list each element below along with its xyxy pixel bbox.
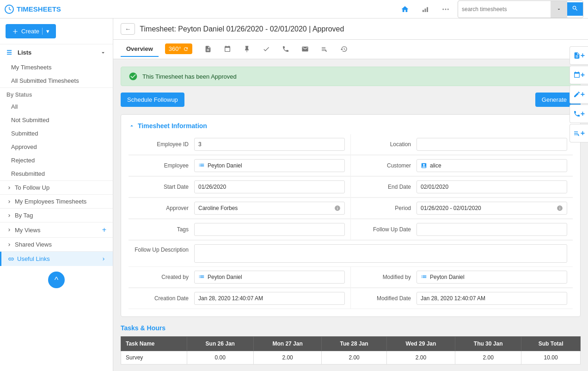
tab-calendar[interactable] — [218, 42, 237, 57]
quick-add-edit-btn[interactable]: + — [570, 85, 588, 104]
search-button[interactable] — [567, 2, 583, 16]
expand-icon-3 — [6, 213, 12, 218]
refresh-icon — [183, 46, 189, 52]
employee-icon — [198, 162, 205, 169]
sidebar-item-my-timesheets[interactable]: My Timesheets — [0, 61, 113, 74]
home-icon[interactable] — [397, 1, 413, 18]
col-sun: Sun 26 Jan — [187, 337, 253, 351]
sidebar-item-not-submitted[interactable]: Not Submitted — [0, 113, 113, 127]
sidebar-item-approved[interactable]: Approved — [0, 140, 113, 154]
employee-field: Employee Peyton Daniel — [129, 155, 351, 176]
task-name-cell: Survey — [121, 351, 187, 365]
by-tag-section: By Tag — [0, 208, 113, 222]
main-layout: Create ▾ ☰ Lists My Timesheets All Submi… — [0, 19, 588, 371]
follow-up-desc-field: Follow Up Description — [129, 241, 573, 267]
sidebar-item-all[interactable]: All — [0, 100, 113, 113]
phone-icon — [282, 45, 289, 53]
collapse-sidebar-button[interactable]: ^ — [48, 272, 65, 288]
tab-email[interactable] — [296, 42, 314, 57]
timesheet-info-header[interactable]: Timesheet Information — [129, 122, 573, 130]
follow-up-date-value — [416, 223, 567, 236]
sidebar-item-my-employees[interactable]: My Employees Timesheets — [0, 195, 113, 208]
action-bar: Schedule Followup Generate — [121, 93, 581, 107]
quick-phone-plus: + — [581, 110, 585, 118]
form-row-1: Employee ID 3 Location — [129, 134, 573, 155]
modified-by-icon — [421, 274, 427, 280]
info-icon-period[interactable] — [557, 205, 563, 211]
lists-header[interactable]: ☰ Lists — [0, 44, 113, 61]
quick-add-panel: + + + + + — [570, 46, 588, 142]
quick-add-calendar-btn[interactable]: + — [570, 66, 588, 84]
sidebar-item-shared-views[interactable]: Shared Views — [0, 238, 113, 251]
tab-phone[interactable] — [276, 42, 295, 57]
lists-icon: ☰ — [6, 49, 12, 56]
creation-date-value: Jan 28, 2020 12:40:07 AM — [194, 292, 345, 305]
svg-point-7 — [445, 8, 447, 10]
tab-overview[interactable]: Overview — [121, 42, 159, 57]
tags-field: Tags — [129, 219, 351, 240]
page-header: ← Timesheet: Peyton Daniel 01/26/2020 - … — [113, 19, 588, 40]
check-icon — [263, 45, 270, 53]
tab-check[interactable] — [257, 42, 276, 57]
modified-date-value: Jan 28, 2020 12:40:07 AM — [416, 292, 567, 305]
quick-note-icon — [573, 52, 581, 59]
modified-by-value: Peyton Daniel — [416, 271, 567, 284]
page-title: Timesheet: Peyton Daniel 01/26/2020 - 02… — [140, 25, 344, 33]
creation-date-field: Creation Date Jan 28, 2020 12:40:07 AM — [129, 288, 351, 309]
follow-up-date-field: Follow Up Date — [351, 219, 573, 240]
tab-history[interactable] — [335, 42, 353, 57]
tab-notes[interactable] — [315, 42, 334, 57]
quick-add-phone-btn[interactable]: + — [570, 105, 588, 123]
chart-icon[interactable] — [417, 1, 434, 18]
sidebar-item-rejected[interactable]: Rejected — [0, 154, 113, 167]
calendar-icon — [224, 45, 231, 53]
task-tue-cell: 2.00 — [322, 351, 386, 365]
by-status-header[interactable]: By Status — [0, 88, 113, 100]
approver-value: Caroline Forbes — [194, 202, 345, 215]
sidebar-item-useful-links[interactable]: Useful Links — [0, 252, 113, 266]
tab-docs[interactable] — [199, 42, 217, 57]
col-task-name: Task Name — [121, 337, 187, 351]
sidebar-item-my-views[interactable]: My Views + — [0, 223, 113, 237]
employee-id-field: Employee ID 3 — [129, 134, 351, 155]
doc-icon — [204, 45, 212, 53]
col-wed: Wed 29 Jan — [386, 337, 455, 351]
quick-add-note-btn[interactable]: + — [570, 46, 588, 65]
info-icon-approver[interactable] — [334, 205, 341, 211]
schedule-followup-button[interactable]: Schedule Followup — [121, 93, 184, 107]
customer-icon — [421, 162, 427, 169]
sidebar-item-all-submitted[interactable]: All Submitted Timesheets — [0, 74, 113, 87]
expand-icon-2 — [6, 199, 12, 204]
quick-edit-icon — [573, 91, 581, 98]
clock-icon — [5, 5, 14, 14]
sidebar-item-resubmitted[interactable]: Resubmitted — [0, 167, 113, 180]
search-input[interactable] — [458, 4, 551, 14]
col-tue: Tue 28 Jan — [322, 337, 386, 351]
tags-value — [194, 223, 345, 236]
quick-calendar-icon — [573, 71, 581, 79]
quick-add-task-btn[interactable]: + — [570, 124, 588, 142]
tab-pin[interactable] — [238, 42, 256, 57]
topbar: TIMESHEETS — [0, 0, 588, 19]
quick-calendar-plus: + — [581, 71, 585, 79]
my-views-section: My Views + — [0, 222, 113, 237]
sidebar-item-by-tag[interactable]: By Tag — [0, 209, 113, 222]
expand-icon-4 — [6, 227, 12, 233]
add-view-icon[interactable]: + — [102, 226, 106, 234]
end-date-field: End Date 02/01/2020 — [351, 177, 573, 198]
my-employees-section: My Employees Timesheets — [0, 194, 113, 208]
tab-360[interactable]: 360° — [159, 40, 198, 59]
sidebar-item-to-follow-up[interactable]: To Follow Up — [0, 181, 113, 194]
task-sun-cell: 0.00 — [187, 351, 253, 365]
sidebar-item-submitted[interactable]: Submitted — [0, 127, 113, 140]
svg-rect-5 — [427, 7, 428, 12]
customer-value: alice — [416, 159, 567, 172]
search-dropdown-btn[interactable] — [551, 1, 567, 18]
email-icon — [301, 45, 309, 53]
back-button[interactable]: ← — [121, 23, 135, 35]
create-button[interactable]: Create ▾ — [6, 24, 56, 38]
expand-icon-5 — [6, 242, 12, 247]
approved-icon — [129, 72, 138, 81]
more-icon[interactable] — [437, 1, 454, 18]
employee-value: Peyton Daniel — [194, 159, 345, 172]
